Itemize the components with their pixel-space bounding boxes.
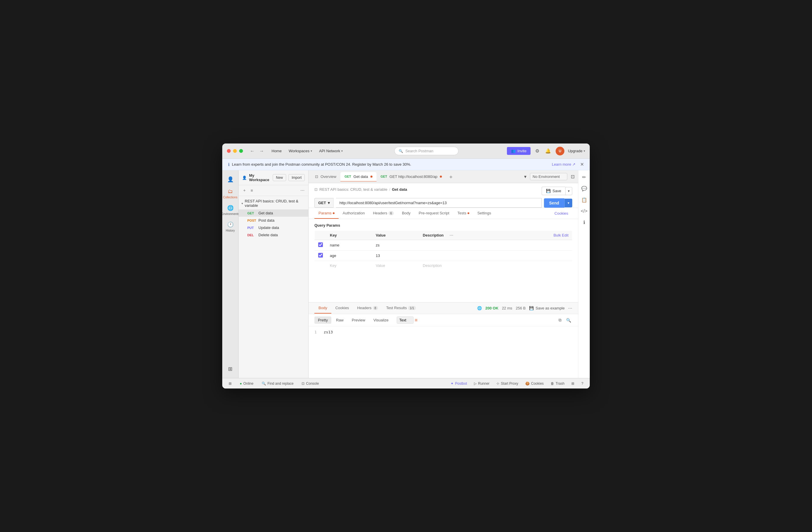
th-description: Description ⋯ Bulk Edit <box>419 231 572 240</box>
notification-button[interactable]: 🔔 <box>544 147 552 155</box>
desc-placeholder[interactable]: Description <box>419 261 572 270</box>
save-dropdown-button[interactable]: ▾ <box>565 187 572 195</box>
forward-button[interactable]: → <box>258 147 265 155</box>
sidebar-toggle-button[interactable]: ⊞ <box>227 380 233 387</box>
invite-button[interactable]: 👥 Invite <box>507 147 531 155</box>
res-tab-test-results[interactable]: Test Results 1/1 <box>382 303 420 314</box>
desc-cell-2[interactable] <box>419 250 572 261</box>
learn-more-link[interactable]: Learn more ↗ <box>552 162 576 167</box>
cookies-bottom-button[interactable]: 🍪 Cookies <box>524 380 546 387</box>
save-as-example-button[interactable]: 💾 Save as example <box>529 306 565 310</box>
help-side-icon-button[interactable]: ℹ <box>582 218 587 227</box>
response-icons-right: ⧉ 🔍 <box>557 316 572 324</box>
runner-button[interactable]: ▷ Runner <box>472 380 491 387</box>
filter-icon-button[interactable]: ≡ <box>415 318 417 323</box>
request-item-delete-data[interactable]: DEL Delete data <box>238 231 308 239</box>
res-tab-headers[interactable]: Headers 8 <box>353 303 382 314</box>
value-cell-2[interactable]: 13 <box>372 250 419 261</box>
format-select[interactable]: Text <box>397 316 414 324</box>
grid-button[interactable]: ⊞ <box>570 380 576 387</box>
cookies-link[interactable]: Cookies <box>550 208 572 218</box>
key-placeholder[interactable]: Key <box>327 261 372 270</box>
req-tab-settings[interactable]: Settings <box>473 208 495 219</box>
import-button[interactable]: Import <box>288 174 305 181</box>
console-button[interactable]: ⊡ Console <box>300 380 321 387</box>
trash-button[interactable]: 🗑 Trash <box>549 380 566 387</box>
close-button[interactable] <box>227 149 231 153</box>
method-select[interactable]: GET ▾ <box>315 198 334 208</box>
home-nav[interactable]: Home <box>269 147 285 155</box>
traffic-lights <box>227 149 243 153</box>
tab-get-data[interactable]: GET Get data <box>340 172 377 182</box>
settings-button[interactable]: ⚙ <box>534 147 540 155</box>
param-checkbox-1[interactable] <box>318 242 323 247</box>
collection-item[interactable]: ▾ REST API basics: CRUD, test & variable <box>238 197 308 210</box>
req-tab-authorization[interactable]: Authorization <box>339 208 369 219</box>
send-button[interactable]: Send <box>544 198 564 208</box>
res-sub-tab-raw[interactable]: Raw <box>333 316 347 324</box>
postbot-button[interactable]: ✦ Postbot <box>449 380 469 387</box>
req-tab-tests[interactable]: Tests <box>453 208 473 219</box>
bulk-edit-button[interactable]: Bulk Edit <box>554 233 568 238</box>
env-settings-button[interactable]: ⊡ <box>570 173 576 181</box>
res-tab-body[interactable]: Body <box>315 303 331 314</box>
start-proxy-button[interactable]: ⊹ Start Proxy <box>495 380 520 387</box>
request-item-put-data[interactable]: PUT Update data <box>238 224 308 231</box>
find-replace-button[interactable]: 🔍 Find and replace <box>260 380 295 387</box>
response-more-button[interactable]: ⋯ <box>568 306 572 311</box>
avatar[interactable]: U <box>556 147 564 156</box>
upgrade-button[interactable]: Upgrade ▾ <box>568 149 585 153</box>
back-button[interactable]: ← <box>249 147 256 155</box>
minimize-button[interactable] <box>233 149 237 153</box>
banner-right: Learn more ↗ ✕ <box>552 162 584 167</box>
req-tab-body[interactable]: Body <box>398 208 415 219</box>
banner-info-icon: ℹ <box>228 162 230 167</box>
maximize-button[interactable] <box>239 149 243 153</box>
user-icon-item[interactable]: 👤 <box>223 174 237 185</box>
sidebar-item-environments[interactable]: 🌐 Environments <box>223 202 237 218</box>
add-collection-button[interactable]: ＋ <box>242 187 247 194</box>
tab-dropdown-button[interactable]: ▾ <box>523 173 527 181</box>
value-placeholder[interactable]: Value <box>372 261 419 270</box>
save-button[interactable]: 💾 Save <box>542 187 565 195</box>
send-dropdown-button[interactable]: ▾ <box>564 199 572 207</box>
key-cell-2[interactable]: age <box>327 250 372 261</box>
edit-icon-button[interactable]: ✏ <box>580 173 588 182</box>
value-cell-1[interactable]: zs <box>372 240 419 250</box>
breadcrumb: ⊡ REST API basics: CRUD, test & variable… <box>315 187 407 192</box>
res-sub-tab-pretty[interactable]: Pretty <box>315 316 331 324</box>
desc-cell-1[interactable] <box>419 240 572 250</box>
banner-close-button[interactable]: ✕ <box>580 162 584 167</box>
info-icon-button[interactable]: 📋 <box>580 196 589 204</box>
sidebar-item-collections[interactable]: 🗂 Collections <box>223 186 237 201</box>
req-tab-prerequest[interactable]: Pre-request Script <box>415 208 453 219</box>
req-tab-params[interactable]: Params <box>315 208 339 219</box>
search-input-wrap[interactable]: 🔍 Search Postman <box>394 147 459 155</box>
environment-select[interactable]: No Environment <box>530 173 567 180</box>
tab-overview[interactable]: ⊡ Overview <box>311 172 340 182</box>
explore-item[interactable]: ⊞ <box>223 363 237 374</box>
req-tab-headers[interactable]: Headers 6 <box>369 208 398 219</box>
code-icon-button[interactable]: </> <box>579 207 589 216</box>
res-sub-tab-preview[interactable]: Preview <box>348 316 369 324</box>
res-sub-tab-visualize[interactable]: Visualize <box>370 316 392 324</box>
online-button[interactable]: ● Online <box>238 380 255 387</box>
url-input[interactable] <box>336 198 542 208</box>
tab-get-localhost[interactable]: GET GET http://localhost:8080/ap <box>377 172 446 182</box>
sidebar-item-history[interactable]: 🕐 History <box>223 219 237 234</box>
res-tab-cookies[interactable]: Cookies <box>331 303 353 314</box>
key-cell-1[interactable]: name <box>327 240 372 250</box>
sort-button[interactable]: ≡ <box>250 187 254 194</box>
request-item-post-data[interactable]: POST Post data <box>238 217 308 224</box>
new-button[interactable]: New <box>273 174 286 181</box>
more-button[interactable]: ⋯ <box>300 187 305 194</box>
request-item-get-data[interactable]: GET Get data <box>238 210 308 217</box>
search-response-button[interactable]: 🔍 <box>565 317 572 324</box>
copy-response-button[interactable]: ⧉ <box>557 316 563 324</box>
workspaces-nav[interactable]: Workspaces ▾ <box>286 147 315 155</box>
param-checkbox-2[interactable] <box>318 253 323 258</box>
help-button[interactable]: ? <box>580 380 585 387</box>
new-tab-button[interactable]: ＋ <box>446 172 456 182</box>
comment-icon-button[interactable]: 💬 <box>580 184 589 193</box>
api-network-nav[interactable]: API Network ▾ <box>316 147 346 155</box>
